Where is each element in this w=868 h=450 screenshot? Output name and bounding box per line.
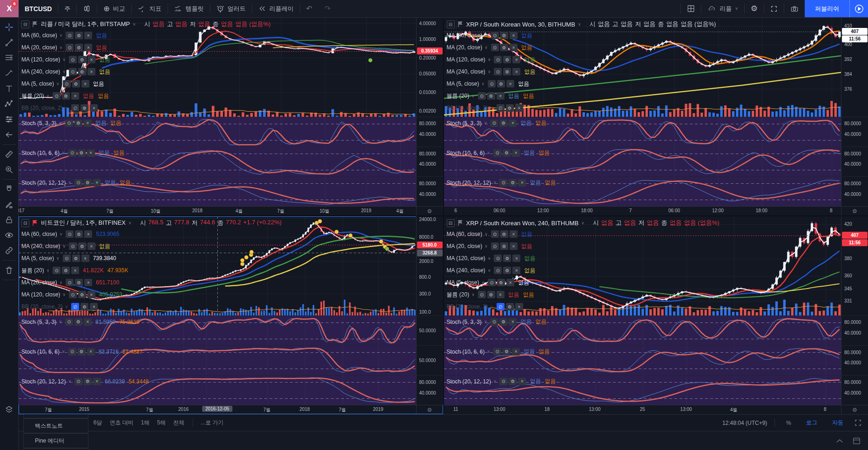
indicator-remove-icon[interactable]: × [510,242,518,250]
stoch-pane[interactable]: Stoch (20, 12, 12)∨⊙⚙×없음없음80.000040.0000 [444,176,868,206]
indicator-settings-icon[interactable]: ⚙ [74,120,82,127]
stoch-plot[interactable]: Stoch (10, 6, 6)∨⊙⚙×83.371681.4887 [19,346,416,375]
stoch-label[interactable]: Stoch (20, 12, 12) [21,180,66,186]
stoch-axis[interactable]: 80.000040.0000 [841,346,868,375]
indicator-settings-icon[interactable]: ⚙ [500,230,508,238]
indicator-settings-icon[interactable]: ⚙ [503,149,511,157]
range-button[interactable]: 1해 [137,417,154,428]
percent-scale-button[interactable]: % [782,418,795,428]
indicator-settings-icon[interactable]: ⚙ [499,120,507,127]
fib-icon[interactable] [1,50,17,66]
visibility-icon[interactable]: ⊙ [488,80,496,87]
stoch-pane[interactable]: Stoch (20, 12, 12)∨⊙⚙×없음없음80.000040.0000 [444,375,868,405]
indicator-remove-icon[interactable]: × [515,104,523,112]
indicator-remove-icon[interactable]: × [512,255,520,262]
range-button[interactable]: 5해 [153,417,169,428]
indicator-label[interactable]: 볼륨 (20) [447,92,470,100]
indicator-remove-icon[interactable]: × [90,104,98,112]
chart-title[interactable]: 리플 / 미국 달러, 1주, BITSTAMP [41,20,130,28]
indicator-remove-icon[interactable]: × [512,149,520,157]
range-button[interactable]: 6달 [90,417,106,428]
ruler-icon[interactable] [1,147,17,162]
layers-icon[interactable] [1,402,17,417]
indicator-settings-icon[interactable]: ⚙ [78,291,86,298]
stoch-plot[interactable]: Stoch (10, 6, 6)∨⊙⚙×없음없음 [19,147,416,176]
indicator-label[interactable]: MA (20, close) [21,279,57,286]
price-axis[interactable]: 4.000001.000000.200000.050000.010000.002… [416,18,443,117]
indicator-label[interactable]: MA (60, close) [447,32,483,39]
visibility-icon[interactable]: ⊙ [478,92,486,100]
publish-button[interactable]: 퍼블리쉬 [805,0,849,17]
forecast-icon[interactable] [1,112,17,127]
visibility-icon[interactable]: ⊙ [491,32,499,39]
indicator-label[interactable]: BB (20, close, 2) [447,105,488,111]
hidden-eye-icon[interactable]: ∅ [497,303,505,310]
price-plot[interactable]: ⊟XRP / South Korean Won, 30, BITHUMB∨시없음… [444,18,841,117]
indicator-label[interactable]: 볼륨 (20) [447,291,470,299]
stoch-plot[interactable]: Stoch (5, 3, 3)∨⊙⚙×없음없음 [444,316,841,345]
time-axis[interactable]: 0174월7월10월20184월7월10월20194월⚙ [19,206,443,215]
stoch-axis[interactable]: 80.000040.0000 [416,117,443,147]
indicator-remove-icon[interactable]: × [87,242,95,250]
indicator-settings-icon[interactable]: ⚙ [78,56,86,63]
indicator-label[interactable]: BB (20, close, 2) [21,303,63,310]
indicator-label[interactable]: MA (120, close) [447,255,485,262]
indicator-settings-icon[interactable]: ⚙ [503,348,511,356]
indicator-settings-icon[interactable]: ⚙ [78,348,86,356]
visibility-icon[interactable]: ⊙ [74,378,82,385]
stoch-plot[interactable]: Stoch (20, 12, 12)∨⊙⚙×없음없음 [19,177,416,206]
visibility-icon[interactable]: ⊙ [69,242,77,250]
replay-button[interactable]: 리플레이 [252,0,300,17]
indicator-remove-icon[interactable]: × [509,120,517,127]
visibility-icon[interactable]: ⊙ [494,255,502,262]
indicator-remove-icon[interactable]: × [84,230,92,238]
chart-flag-icon[interactable] [32,220,38,226]
indicator-label[interactable]: 볼륨 (20) [21,267,44,275]
stoch-pane[interactable]: Stoch (10, 6, 6)∨⊙⚙×없음없음80.000040.0000 [444,345,868,375]
chart-flag-icon[interactable] [32,21,38,27]
chart-flag-icon[interactable] [458,220,464,226]
indicator-settings-icon[interactable]: ⚙ [506,104,514,112]
visibility-icon[interactable]: ⊙ [490,120,498,127]
visibility-icon[interactable]: ⊙ [491,230,499,238]
visibility-icon[interactable]: ⊙ [491,242,499,250]
layout-grid-button[interactable] [681,0,701,17]
stoch-axis[interactable]: 80.000040.0000 [416,147,443,176]
time-axis[interactable]: 606:0012:0018:00706:0012:0018:008⚙ [444,206,868,215]
chart-panel-btc-usd-weekly[interactable]: ⊟비트코인 / 달러, 1주, BITFINEX∨시768.5고777.8저74… [19,216,443,414]
price-axis[interactable]: 41040039238437640711:56 [841,18,868,117]
indicator-settings-icon[interactable]: ⚙ [500,44,508,51]
indicator-remove-icon[interactable]: × [84,318,92,326]
time-labels[interactable]: 1113:001813:002513:004월8 [444,405,841,414]
indicator-settings-icon[interactable]: ⚙ [500,242,508,250]
price-pane[interactable]: ⊟리플 / 미국 달러, 1주, BITSTAMP∨시없음고없음저없음종없음없음… [19,18,443,117]
stoch-label[interactable]: Stoch (5, 3, 3) [21,120,56,127]
text-icon[interactable] [1,81,17,96]
indicator-remove-icon[interactable]: × [71,267,79,274]
indicator-remove-icon[interactable]: × [84,32,92,39]
indicator-label[interactable]: 볼륨 (20) [21,92,44,100]
clock[interactable]: 12:48:04 (UTC+9) [722,420,767,426]
indicator-settings-icon[interactable]: ⚙ [509,378,517,385]
visibility-icon[interactable]: ⊙ [499,378,507,385]
indicator-settings-icon[interactable]: ⚙ [75,230,83,238]
chart-panel-xrp-usd-weekly[interactable]: ⊟리플 / 미국 달러, 1주, BITSTAMP∨시없음고없음저없음종없음없음… [19,18,443,215]
compare-button[interactable]: ⊕ 비교 [97,0,131,17]
stoch-plot[interactable]: Stoch (5, 3, 3)∨⊙⚙×81.595975.2618 [19,316,416,345]
fullscreen-button[interactable] [764,0,784,17]
indicator-settings-icon[interactable]: ⚙ [497,279,505,286]
visibility-icon[interactable]: ⊙ [65,120,73,127]
indicator-settings-icon[interactable]: ⚙ [506,303,514,310]
indicator-label[interactable]: BB (20, close, 2) [21,105,63,111]
hidden-eye-icon[interactable]: ∅ [497,104,505,112]
indicator-label[interactable]: MA (20, close) [21,44,57,51]
visibility-icon[interactable]: ⊙ [66,230,74,238]
indicator-remove-icon[interactable]: × [87,149,95,157]
indicator-label[interactable]: MA (240, close) [447,68,485,75]
chart-title[interactable]: XRP / South Korean Won, 240, BITHUMB [466,220,579,227]
hidden-eye-icon[interactable]: ∅ [71,303,79,310]
indicator-remove-icon[interactable]: × [81,255,89,262]
redo-button[interactable]: ↷ [318,0,336,17]
legend-collapse-button[interactable]: ⊟ [21,219,29,227]
stoch-pane[interactable]: Stoch (5, 3, 3)∨⊙⚙×없음없음80.000040.0000 [19,117,443,147]
